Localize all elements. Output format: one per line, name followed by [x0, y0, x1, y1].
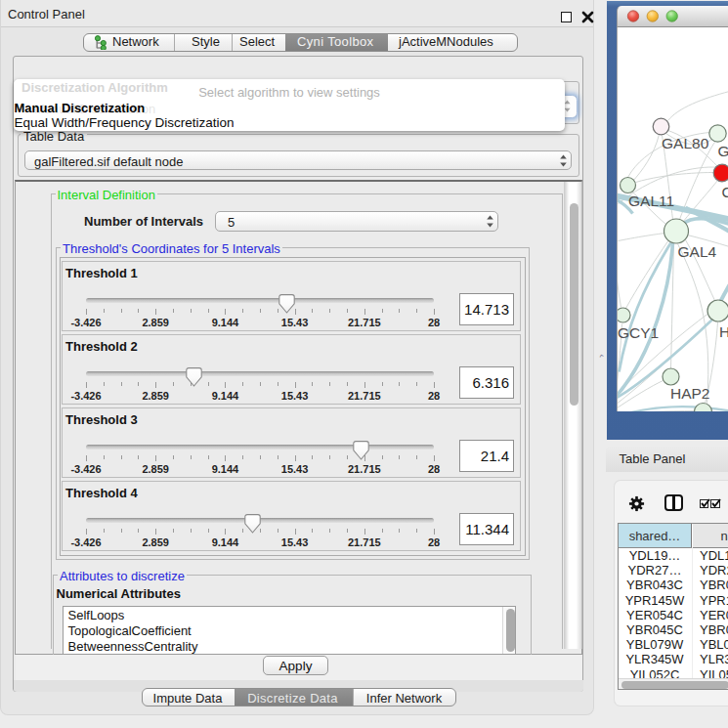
svg-text:H: H: [719, 323, 728, 340]
svg-text:HAP2: HAP2: [670, 385, 710, 402]
svg-text:C: C: [721, 183, 728, 199]
svg-text:GAL80: GAL80: [662, 134, 709, 150]
svg-text:GAL11: GAL11: [628, 193, 674, 209]
svg-text:GA: GA: [717, 143, 728, 159]
svg-text:GCY1: GCY1: [618, 323, 659, 340]
svg-text:GAL4: GAL4: [677, 243, 716, 260]
